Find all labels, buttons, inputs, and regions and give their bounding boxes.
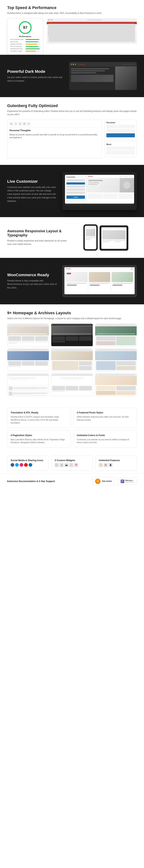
responsive-section: Awesome Responsive Layout & Typography R… (0, 217, 144, 258)
widget-icon-4: 🏷️ (69, 463, 73, 467)
layout-card-6 (95, 348, 137, 371)
woo-laptop-frame: Rosetta. 🛒 SALE (62, 265, 137, 297)
performance-label: Performance (10, 35, 40, 37)
bar-label-5: Total Blocking Time (10, 48, 25, 50)
col (79, 386, 92, 395)
editor-tool-i: I (14, 122, 17, 126)
layouts-description: Select one from 9 different layouts for … (7, 317, 137, 320)
masonry-item-tall (116, 336, 136, 345)
speed-screenshot (47, 19, 137, 43)
masonry-item (96, 341, 116, 345)
screenshot-mock (47, 19, 137, 43)
masonry-item (96, 336, 116, 341)
sidebar-publish-btn[interactable] (106, 133, 135, 137)
customizer-panel: Customizing Publish (65, 175, 86, 204)
content-line (35, 341, 48, 342)
sidebar-field-3 (106, 147, 135, 150)
layout-content-7 (7, 385, 49, 396)
content-line (8, 341, 21, 342)
bottom-features-section: Social Media & Sharing Icons 5 Custom Wi… (0, 453, 144, 473)
elite-label: Elite Author (102, 480, 112, 482)
content-line (8, 366, 21, 367)
feature-icon-3: 📱 (109, 463, 112, 467)
layout-body-8 (51, 376, 93, 396)
feature-desc-colors-fonts: Customize your website as you want by ab… (77, 438, 134, 444)
content-large (52, 361, 78, 370)
feature-icon-1: ⚡ (99, 463, 103, 467)
features-grid: Translation & RTL Ready Rosetta theme is… (7, 408, 137, 447)
woo-nav: Rosetta. 🛒 (65, 267, 135, 271)
product-info-2 (89, 282, 110, 287)
site-preview: Rosetta. (86, 175, 134, 204)
cust-panel-item-3 (66, 185, 85, 188)
layout-card-9 (95, 373, 137, 396)
bar-track-4 (26, 46, 40, 47)
woo-preview: Rosetta. 🛒 SALE (62, 265, 137, 297)
col (52, 336, 65, 345)
performance-score-value: 97 (23, 25, 27, 30)
cust-panel-item-2[interactable] (66, 182, 85, 185)
feature-title-translation: Translation & RTL Ready (11, 411, 67, 414)
device-line (86, 239, 91, 240)
sidebar-field-4 (106, 151, 135, 154)
bar-label-1: First Contentful Paint (10, 38, 25, 40)
product-badge: SALE (67, 273, 71, 274)
woo-laptop-base (65, 294, 135, 296)
masonry-item (116, 366, 136, 370)
device-line (86, 238, 93, 239)
layout-nav-3 (95, 324, 137, 326)
layout-card-7 (7, 373, 49, 396)
product-price (90, 284, 100, 286)
performance-bars: First Contentful Paint Speed Index Large… (10, 38, 40, 52)
layout-nav-8 (51, 374, 93, 376)
col (22, 336, 35, 345)
site-hero (86, 178, 134, 192)
nav-dot (52, 349, 53, 350)
product-name (90, 283, 109, 284)
customizer-preview: Customizing Publish Rosetta. (62, 172, 137, 210)
bar-label-2: Speed Index (10, 41, 25, 42)
content-item (79, 366, 92, 370)
nav-dot (8, 325, 9, 326)
laptop-screen: Customizing Publish Rosetta. (65, 175, 134, 204)
list-item (8, 386, 48, 391)
content-line (52, 391, 65, 392)
top-speed-section: Top Speed & Performance Rosetta theme is… (0, 0, 144, 55)
linkedin-icon (29, 463, 32, 467)
masonry-item (116, 361, 136, 366)
content-img (22, 361, 35, 366)
flatlayers-logo-area: F FlatLayers Theme Author (120, 479, 134, 483)
cust-panel-item-4 (66, 188, 85, 191)
instagram-icon (20, 463, 23, 467)
bar-label-4: Time to Interactive (10, 45, 25, 47)
laptop-base (65, 204, 134, 206)
gutenberg-description: Experience the powerful of Gutenberg edi… (7, 110, 137, 116)
content-line (22, 341, 35, 342)
editor-content: Personal Thoughts Always be yourself, ex… (9, 129, 99, 139)
content-img (35, 361, 48, 366)
layout-content-4 (7, 360, 49, 371)
elite-text: Elite Author (102, 480, 112, 482)
fl-text: FlatLayers Theme Author (125, 479, 134, 483)
device-content (85, 228, 96, 242)
masonry-item-tall (96, 361, 116, 370)
site-logo: Rosetta. (88, 176, 93, 177)
content-line (8, 343, 17, 344)
feature-icon-2: 🎨 (104, 463, 108, 467)
customizer-description: Customize your website very easily with … (7, 186, 57, 203)
editor-tool-b: B (9, 122, 13, 126)
layout-card-8 (51, 373, 93, 396)
twitter-icon (15, 463, 19, 467)
layout-body-3 (95, 326, 137, 346)
site-preview-nav: Rosetta. (86, 175, 134, 178)
feature-card-translation: Translation & RTL Ready Rosetta theme is… (7, 408, 71, 428)
layout-body-4 (7, 351, 49, 371)
footer-title: Extensive Documentation & 5 Star Support (7, 480, 89, 483)
layout-card-4 (7, 348, 49, 371)
col (35, 361, 48, 370)
feature-desc-pagination: Ajax Load More Buttons, Ajax Infinite Sc… (11, 438, 67, 444)
grid-item (96, 386, 116, 390)
tablet-frame (100, 225, 128, 251)
layout-masonry-3 (95, 335, 137, 346)
col (8, 361, 21, 370)
